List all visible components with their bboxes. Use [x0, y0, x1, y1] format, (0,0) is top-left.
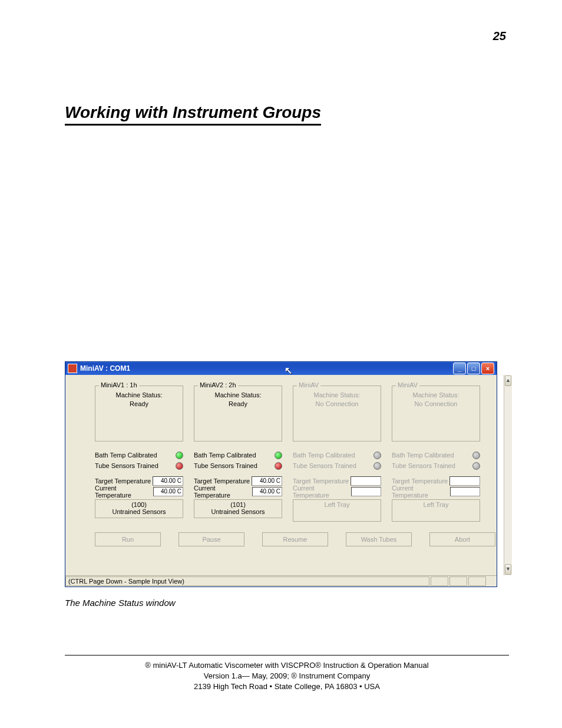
- target-temp-value: 40.00 C: [153, 476, 183, 486]
- statusbar-text: (CTRL Page Down - Sample Input View): [65, 577, 429, 586]
- sub-id: (101): [194, 501, 282, 508]
- tube-sensors-label: Tube Sensors Trained: [293, 462, 356, 469]
- target-temp-label: Target Temperature: [95, 477, 151, 485]
- sub-label: Left Tray: [293, 501, 381, 508]
- current-temp-value: [351, 487, 381, 496]
- abort-button[interactable]: Abort: [429, 532, 495, 546]
- led-icon: [176, 452, 183, 459]
- maximize-button[interactable]: □: [467, 363, 480, 374]
- window-statusbar: (CTRL Page Down - Sample Input View): [65, 575, 497, 587]
- target-temp-label: Target Temperature: [392, 477, 448, 485]
- panel-row-info: Bath Temp Calibrated Tube Sensors Traine…: [95, 442, 495, 522]
- sub-label: Untrained Sensors: [95, 508, 183, 515]
- led-icon: [472, 452, 480, 459]
- run-button[interactable]: Run: [95, 532, 161, 546]
- close-button[interactable]: ×: [481, 363, 494, 374]
- scroll-down-icon[interactable]: ▼: [505, 564, 511, 575]
- pause-button[interactable]: Pause: [178, 532, 244, 546]
- panel-legend: MiniAV: [297, 381, 320, 388]
- panel-miniav2: MiniAV2 : 2h Machine Status: Ready: [194, 386, 282, 442]
- bath-temp-label: Bath Temp Calibrated: [95, 452, 157, 459]
- panel-legend: MiniAV2 : 2h: [198, 381, 238, 388]
- footer-line3: 2139 High Tech Road • State College, PA …: [65, 681, 509, 692]
- target-temp-label: Target Temperature: [194, 477, 250, 485]
- current-temp-value: [450, 487, 480, 496]
- panel-legend: MiniAV1 : 1h: [99, 381, 139, 388]
- statusbar-cell: [449, 577, 467, 586]
- current-temp-value: 40.00 C: [153, 487, 183, 496]
- bath-temp-label: Bath Temp Calibrated: [293, 452, 355, 459]
- tube-sensors-label: Tube Sensors Trained: [194, 462, 257, 469]
- wash-tubes-button[interactable]: Wash Tubes: [346, 532, 412, 546]
- statusbar-cell: [431, 577, 448, 586]
- machine-status-value: Ready: [99, 400, 179, 409]
- machine-status-label: Machine Status:: [396, 391, 476, 400]
- led-icon: [373, 452, 381, 459]
- sub-label: Untrained Sensors: [194, 508, 282, 515]
- panel-miniav4: MiniAV Machine Status: No Connection: [392, 386, 480, 442]
- machine-status-label: Machine Status:: [198, 391, 278, 400]
- led-icon: [275, 462, 282, 470]
- machine-status-value: Ready: [198, 400, 278, 409]
- current-temp-label: Current Temperature: [95, 485, 153, 499]
- statusbar-cell: [468, 577, 486, 586]
- machine-status-label: Machine Status:: [297, 391, 377, 400]
- target-temp-value: [449, 476, 480, 486]
- window-title: MiniAV : COM1: [80, 364, 453, 373]
- sub-box: Left Tray: [293, 499, 381, 522]
- sub-id: (100): [95, 501, 183, 508]
- led-icon: [176, 462, 183, 470]
- target-temp-value: [351, 476, 381, 486]
- buttons-row: Run Pause Resume Wash Tubes Abort: [95, 532, 495, 546]
- current-temp-label: Current Temperature: [392, 485, 450, 499]
- resume-button[interactable]: Resume: [262, 532, 328, 546]
- info-col-1: Bath Temp Calibrated Tube Sensors Traine…: [95, 450, 183, 522]
- current-temp-label: Current Temperature: [293, 485, 351, 499]
- machine-status-value: No Connection: [297, 400, 377, 409]
- scroll-up-icon[interactable]: ▲: [505, 375, 511, 386]
- info-col-3: Bath Temp Calibrated Tube Sensors Traine…: [293, 450, 381, 522]
- panel-row-groups: MiniAV1 : 1h Machine Status: Ready MiniA…: [95, 386, 495, 442]
- bath-temp-label: Bath Temp Calibrated: [392, 452, 454, 459]
- footer-divider: [65, 655, 509, 655]
- panel-miniav3: MiniAV Machine Status: No Connection: [293, 386, 381, 442]
- led-icon: [275, 452, 282, 459]
- target-temp-label: Target Temperature: [293, 477, 349, 485]
- led-icon: [373, 462, 381, 470]
- machine-status-value: No Connection: [396, 400, 476, 409]
- tube-sensors-label: Tube Sensors Trained: [392, 462, 455, 469]
- minimize-button[interactable]: _: [453, 363, 466, 374]
- figure-caption: The Machine Status window: [65, 598, 509, 608]
- footer: ® miniAV-LT Automatic Viscometer with VI…: [65, 660, 509, 693]
- panel-legend: MiniAV: [396, 381, 419, 388]
- panel-miniav1: MiniAV1 : 1h Machine Status: Ready: [95, 386, 183, 442]
- machine-status-window: MiniAV : COM1 ↖ _ □ × MiniAV1 : 1h Machi…: [65, 361, 497, 587]
- page: 25 Working with Instrument Groups MiniAV…: [0, 0, 562, 728]
- footer-line1: ® miniAV-LT Automatic Viscometer with VI…: [65, 660, 509, 671]
- current-temp-value: 40.00 C: [252, 487, 282, 496]
- app-icon: [68, 364, 77, 373]
- tube-sensors-label: Tube Sensors Trained: [95, 462, 158, 469]
- info-col-2: Bath Temp Calibrated Tube Sensors Traine…: [194, 450, 282, 522]
- current-temp-label: Current Temperature: [194, 485, 252, 499]
- sub-box: (101) Untrained Sensors: [194, 499, 282, 518]
- led-icon: [472, 462, 480, 470]
- sub-box: Left Tray: [392, 499, 480, 522]
- vertical-scrollbar[interactable]: ▲ ▼: [504, 375, 512, 575]
- info-col-4: Bath Temp Calibrated Tube Sensors Traine…: [392, 450, 480, 522]
- window-titlebar[interactable]: MiniAV : COM1 ↖ _ □ ×: [65, 362, 497, 375]
- bath-temp-label: Bath Temp Calibrated: [194, 452, 256, 459]
- sub-box: (100) Untrained Sensors: [95, 499, 183, 518]
- section-heading: Working with Instrument Groups: [65, 103, 321, 126]
- client-area: MiniAV1 : 1h Machine Status: Ready MiniA…: [65, 375, 497, 575]
- target-temp-value: 40.00 C: [252, 476, 282, 486]
- page-number: 25: [493, 29, 506, 43]
- sub-label: Left Tray: [392, 501, 480, 508]
- scroll-content: MiniAV1 : 1h Machine Status: Ready MiniA…: [65, 375, 504, 575]
- machine-status-label: Machine Status:: [99, 391, 179, 400]
- footer-line2: Version 1.a— May, 2009; ® Instrument Com…: [65, 671, 509, 681]
